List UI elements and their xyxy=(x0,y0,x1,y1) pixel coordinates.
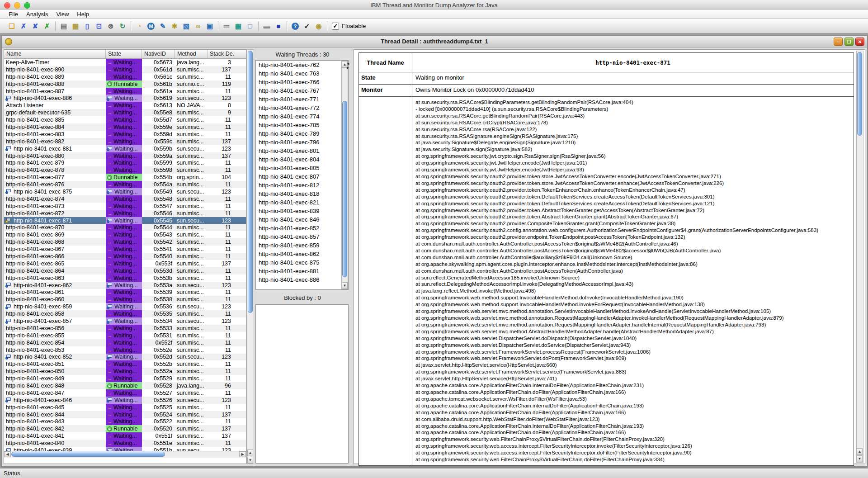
thread-row[interactable]: http-nio-8401-exec-877▶Runnable0x554borg… xyxy=(4,174,246,181)
memory-map-icon[interactable]: ▦ xyxy=(71,22,80,31)
thread-row[interactable]: http-nio-8401-exec-845→Waiting...0x5525s… xyxy=(4,404,246,411)
detail-scroll-down-button[interactable]: ▼ xyxy=(857,455,863,462)
native-memory-icon[interactable]: ⊗ xyxy=(106,22,115,31)
column-header-nativeid[interactable]: NativeID xyxy=(142,50,175,58)
column-header-name[interactable]: Name xyxy=(4,50,106,58)
detail-vscrollbar[interactable]: ▲ ▼ xyxy=(856,51,863,463)
waiting-thread-item[interactable]: http-nio-8401-exec-785 xyxy=(256,121,341,129)
thread-row[interactable]: http-nio-8401-exec-846Waiting...0x5526su… xyxy=(4,397,246,404)
thread-row[interactable]: http-nio-8401-exec-883→Waiting...0x559ds… xyxy=(4,131,246,138)
waiting-thread-item[interactable]: http-nio-8401-exec-805 xyxy=(256,164,341,172)
thread-row[interactable]: Keep-Alive-Timer→Waiting...0x5673java.la… xyxy=(4,59,246,66)
thread-row[interactable]: http-nio-8401-exec-880→Waiting...0x559as… xyxy=(4,152,246,160)
thread-row[interactable]: http-nio-8401-exec-839Waiting...0x551bsu… xyxy=(4,447,246,451)
monitor-analysis-icon[interactable]: M xyxy=(147,23,155,30)
waiting-thread-item[interactable]: http-nio-8401-exec-807 xyxy=(256,172,341,181)
thread-row[interactable]: http-nio-8401-exec-847→Waiting...0x5527s… xyxy=(4,389,246,397)
thread-row[interactable]: http-nio-8401-exec-881Waiting...0x559bsu… xyxy=(4,145,246,152)
menu-analysis[interactable]: Analysis xyxy=(22,11,52,18)
thread-row[interactable]: http-nio-8401-exec-865→Waiting...0x553fs… xyxy=(4,260,246,267)
waiting-thread-item[interactable]: http-nio-8401-exec-767 xyxy=(256,86,341,95)
zoom-traffic-light[interactable] xyxy=(24,2,30,9)
waiting-thread-item[interactable]: http-nio-8401-exec-812 xyxy=(256,181,341,189)
thread-row[interactable]: http-nio-8401-exec-864→Waiting...0x553ds… xyxy=(4,267,246,274)
thread-row[interactable]: http-nio-8401-exec-872→Waiting...0x5546s… xyxy=(4,210,246,217)
thread-row[interactable]: http-nio-8401-exec-868→Waiting...0x5542s… xyxy=(4,238,246,246)
waiting-list-scrollbar[interactable]: ▲ ▼ xyxy=(341,61,348,289)
window-outline-icon[interactable]: □ xyxy=(245,22,255,31)
attach-icon[interactable]: ∞ xyxy=(193,22,203,31)
waiting-thread-item[interactable]: http-nio-8401-exec-804 xyxy=(256,155,341,164)
scroll-left-button[interactable]: ◀ xyxy=(4,451,11,457)
thread-row[interactable]: http-nio-8401-exec-850→Waiting...0x552as… xyxy=(4,368,246,375)
scroll-right-button[interactable]: ▶ xyxy=(239,451,246,457)
thread-row[interactable]: http-nio-8401-exec-857Waiting...0x5534su… xyxy=(4,317,246,325)
thread-row[interactable]: http-nio-8401-exec-879→Waiting...0x5599s… xyxy=(4,159,246,166)
close-traffic-light[interactable] xyxy=(4,2,10,9)
waiting-thread-item[interactable]: http-nio-8401-exec-881 xyxy=(256,267,341,275)
pie-chart-icon[interactable]: ◔ xyxy=(135,22,144,31)
thread-row[interactable]: http-nio-8401-exec-859Waiting...0x5536su… xyxy=(4,303,246,310)
thread-row[interactable]: http-nio-8401-exec-867→Waiting...0x5541s… xyxy=(4,246,246,253)
waiting-thread-item[interactable]: http-nio-8401-exec-857 xyxy=(256,232,341,241)
thread-row[interactable]: http-nio-8401-exec-854→Waiting...0x552fs… xyxy=(4,339,246,346)
checklist-icon[interactable]: ≔ xyxy=(222,22,231,31)
thread-row[interactable]: grpc-default-executor-635→Waiting...0x55… xyxy=(4,109,246,116)
close-all-threads-icon[interactable]: ✘ xyxy=(31,22,40,31)
thread-table-hscrollbar[interactable]: ◀ ▶ xyxy=(4,451,246,458)
window-close-button[interactable]: ✕ xyxy=(855,38,864,46)
thread-row[interactable]: http-nio-8401-exec-878→Waiting...0x5598s… xyxy=(4,166,246,174)
waiting-thread-item[interactable]: http-nio-8401-exec-774 xyxy=(256,112,341,121)
window-maximize-button[interactable]: ❐ xyxy=(844,38,854,46)
thread-row[interactable]: http-nio-8401-exec-873→Waiting...0x5547s… xyxy=(4,203,246,210)
waiting-thread-item[interactable]: http-nio-8401-exec-846 xyxy=(256,215,341,224)
scroll-up-button[interactable]: ▲ xyxy=(247,450,253,456)
thread-row[interactable]: http-nio-8401-exec-862Waiting...0x553asu… xyxy=(4,282,246,289)
window-minimize-button[interactable]: – xyxy=(834,38,843,46)
close-green-icon[interactable]: ✗ xyxy=(42,22,52,31)
textfield-icon[interactable]: ▬ xyxy=(262,22,271,31)
thread-row[interactable]: http-nio-8401-exec-888▶Runnable0x561bsun… xyxy=(4,80,246,88)
thread-row[interactable]: http-nio-8401-exec-853→Waiting...0x552es… xyxy=(4,346,246,354)
help-icon[interactable]: ? xyxy=(292,23,299,30)
chart-icon[interactable]: ▧ xyxy=(182,22,191,31)
waiting-thread-item[interactable]: http-nio-8401-exec-859 xyxy=(256,241,341,250)
thread-row[interactable]: http-nio-8401-exec-890→Waiting...0x561ds… xyxy=(4,66,246,73)
thread-table-vscrollbar[interactable]: ▲ ▼ xyxy=(246,49,254,464)
thread-row[interactable]: http-nio-8401-exec-882→Waiting...0x559cs… xyxy=(4,138,246,145)
thread-row[interactable]: http-nio-8401-exec-869→Waiting...0x5543s… xyxy=(4,231,246,238)
window-filled-icon[interactable]: ■ xyxy=(274,22,283,31)
thread-row[interactable]: http-nio-8401-exec-889→Waiting...0x561cs… xyxy=(4,73,246,80)
column-header-method[interactable]: Method xyxy=(175,50,208,58)
waiting-thread-item[interactable]: http-nio-8401-exec-772 xyxy=(256,104,341,112)
thread-row[interactable]: http-nio-8401-exec-842▶Runnable0x5520sun… xyxy=(4,425,246,432)
refresh-icon[interactable]: ↻ xyxy=(118,22,127,31)
column-header-state[interactable]: State xyxy=(106,50,142,58)
menu-help[interactable]: Help xyxy=(73,11,93,18)
thread-row[interactable]: http-nio-8401-exec-858→Waiting...0x5535s… xyxy=(4,310,246,317)
waiting-thread-item[interactable]: http-nio-8401-exec-875 xyxy=(256,258,341,267)
waiting-scroll-down-button[interactable]: ▼ xyxy=(342,282,348,289)
close-thread-icon[interactable]: ✗ xyxy=(19,22,28,31)
waiting-thread-item[interactable]: http-nio-8401-exec-821 xyxy=(256,198,341,207)
column-header-stackdepth[interactable]: Stack De... xyxy=(208,50,235,58)
cascade-windows-icon[interactable]: ▣ xyxy=(205,22,214,31)
menu-file[interactable]: File xyxy=(5,11,22,18)
grid-icon[interactable]: ▦ xyxy=(234,22,243,31)
pin-icon[interactable]: ▯ xyxy=(83,22,92,31)
thread-row[interactable]: http-nio-8401-exec-852Waiting...0x552dsu… xyxy=(4,354,246,361)
thread-row[interactable]: Attach Listener→Waiting...0x5613NO JAVA.… xyxy=(4,102,246,109)
splitter-toggle-arrows[interactable]: ◀▶ xyxy=(347,62,349,69)
open-folder-icon[interactable]: ❏ xyxy=(7,22,16,31)
thread-row[interactable]: http-nio-8401-exec-851→Waiting...0x552bs… xyxy=(4,360,246,368)
waiting-thread-item[interactable]: http-nio-8401-exec-839 xyxy=(256,207,341,215)
thread-row[interactable]: http-nio-8401-exec-848▶Runnable0x5528jav… xyxy=(4,382,246,389)
check-icon[interactable]: ✓ xyxy=(302,22,311,31)
waiting-thread-item[interactable]: http-nio-8401-exec-762 xyxy=(256,61,341,69)
thread-row[interactable]: http-nio-8401-exec-875Waiting...0x5549su… xyxy=(4,188,246,195)
thread-row[interactable]: http-nio-8401-exec-863→Waiting...0x553bs… xyxy=(4,274,246,282)
waiting-thread-item[interactable]: http-nio-8401-exec-886 xyxy=(256,275,341,284)
thread-row[interactable]: http-nio-8401-exec-885→Waiting...0x55d7s… xyxy=(4,116,246,123)
thread-row[interactable]: http-nio-8401-exec-856→Waiting...0x5533s… xyxy=(4,325,246,332)
waiting-thread-item[interactable]: http-nio-8401-exec-796 xyxy=(256,138,341,147)
